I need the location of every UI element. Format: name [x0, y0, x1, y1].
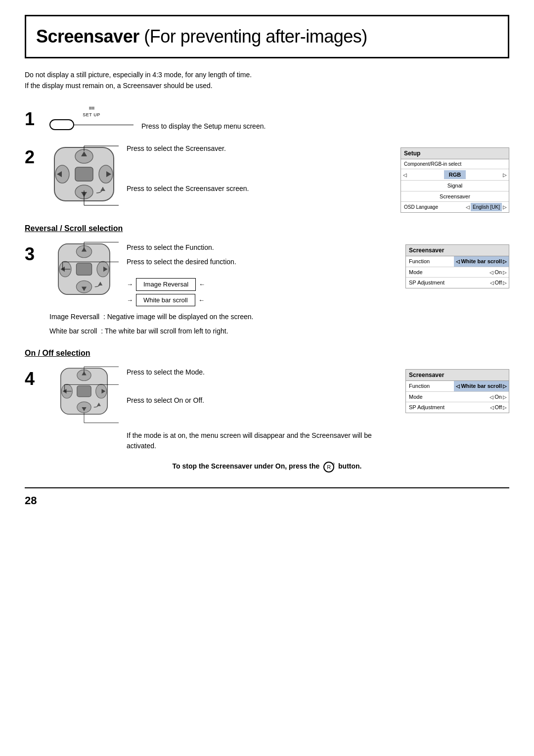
step-3-number: 3 — [25, 245, 49, 263]
step4-menu-title: Screensaver — [406, 370, 509, 381]
step-3-right: Press to select the Function. Press to s… — [127, 240, 396, 306]
step-4-row: 4 — [25, 365, 509, 451]
step-1-row: 1 ≡≡ SET UP Press to display the Setup m… — [25, 105, 509, 132]
step-1-right: Press to display the Setup menu screen. — [141, 105, 509, 132]
step2-menu-row-4: OSD Language ◁ English [UK] ▷ — [401, 202, 509, 212]
step-1-number: 1 — [25, 110, 49, 128]
dpad-svg-4 — [49, 365, 119, 429]
step4-callout1: Press to select the Mode. — [127, 367, 396, 378]
step-4-dpad — [49, 365, 119, 429]
step2-menu-row-3: Screensaver — [401, 191, 509, 202]
step2-callout1: Press to select the Screensaver. — [127, 143, 391, 154]
circle-r-icon: R ® — [323, 462, 334, 472]
step-3-content: Press to select the Function. Press to s… — [49, 240, 509, 306]
step3-desc1: Image Reversall : Negative image will be… — [49, 311, 509, 323]
step-1-left: ≡≡ SET UP — [49, 105, 134, 131]
page-title: Screensaver (For preventing after-images… — [36, 23, 498, 50]
step-4-right: Press to select the Mode. Press to selec… — [127, 365, 396, 451]
step2-menu-row-1b: ◁ RGB ▷ — [401, 169, 509, 181]
function-options: → Image Reversal ← → White bar scroll ← — [127, 278, 396, 306]
step3-menu-row-3: SP Adjustment ◁ Off ▷ — [406, 278, 509, 288]
page-bar: 28 — [25, 487, 509, 509]
step4-menu: Screensaver Function ◁ White bar scroll … — [405, 369, 509, 413]
page-number: 28 — [25, 492, 37, 509]
step-4-content: Press to select the Mode. Press to selec… — [49, 365, 509, 451]
bottom-note: To stop the Screensaver under On, press … — [25, 461, 509, 472]
step4-menu-row-3: SP Adjustment ◁ Off ▷ — [406, 402, 509, 413]
step-2-row: 2 — [25, 143, 509, 213]
function-box-row-2: → White bar scroll ← — [127, 294, 396, 307]
section-onoff: On / Off selection — [25, 347, 509, 359]
dpad-svg-2 — [49, 143, 119, 208]
setup-icon-area: ≡≡ SET UP — [49, 105, 134, 131]
step-3-row: 3 — [25, 240, 509, 306]
step2-menu-row-2: Signal — [401, 181, 509, 191]
section-reversal: Reversal / Scroll selection — [25, 223, 509, 235]
svg-rect-9 — [75, 167, 93, 181]
step3-menu-row-2: Mode ◁ On ▷ — [406, 267, 509, 278]
svg-rect-40 — [77, 386, 91, 397]
step3-menu-row-1: Function ◁ White bar scroll ▷ — [406, 256, 509, 267]
step3-menu-title: Screensaver — [406, 245, 509, 256]
function-box-row-1: → Image Reversal ← — [127, 278, 396, 291]
step4-callout3: If the mode is at on, the menu screen wi… — [127, 430, 396, 451]
step1-line — [74, 125, 134, 125]
step3-menu: Screensaver Function ◁ White bar scroll … — [405, 244, 509, 288]
step4-menu-row-1: Function ◁ White bar scroll ▷ — [406, 381, 509, 392]
step-3-dpad — [49, 240, 119, 305]
intro-text: Do not display a still picture, especial… — [25, 69, 509, 92]
step-2-right: Press to select the Screensaver. Press t… — [127, 143, 391, 194]
step4-menu-row-2: Mode ◁ On ▷ — [406, 392, 509, 403]
step2-menu-title: Setup — [401, 148, 509, 159]
step4-callout2: Press to select On or Off. — [127, 395, 396, 406]
dpad-svg-3 — [49, 240, 119, 305]
step-1-content: ≡≡ SET UP Press to display the Setup men… — [49, 105, 509, 132]
step3-callout2: Press to select the desired function. — [127, 257, 396, 267]
step-2-number: 2 — [25, 148, 49, 166]
step1-instruction: Press to display the Setup menu screen. — [141, 107, 509, 132]
step1-inline — [49, 119, 134, 130]
setup-btn-pill — [49, 119, 74, 130]
step-2-dpad — [49, 143, 119, 208]
title-box: Screensaver (For preventing after-images… — [25, 15, 509, 58]
step2-menu: Setup Component/RGB-in select ◁ RGB ▷ Si… — [400, 147, 509, 213]
white-bar-scroll-box: White bar scroll — [136, 294, 195, 307]
step-2-content: Press to select the Screensaver. Press t… — [49, 143, 509, 213]
step-4-number: 4 — [25, 370, 49, 388]
step2-menu-row-1: Component/RGB-in select — [401, 159, 509, 169]
image-reversal-box: Image Reversal — [136, 278, 196, 291]
step2-callout2: Press to select the Screensaver screen. — [127, 184, 391, 194]
step3-desc2: White bar scroll : The white bar will sc… — [49, 326, 509, 337]
step3-callout1: Press to select the Function. — [127, 242, 396, 253]
setup-icon-lines: ≡≡ — [89, 105, 94, 111]
svg-rect-24 — [76, 263, 91, 275]
setup-label: SET UP — [83, 112, 100, 119]
